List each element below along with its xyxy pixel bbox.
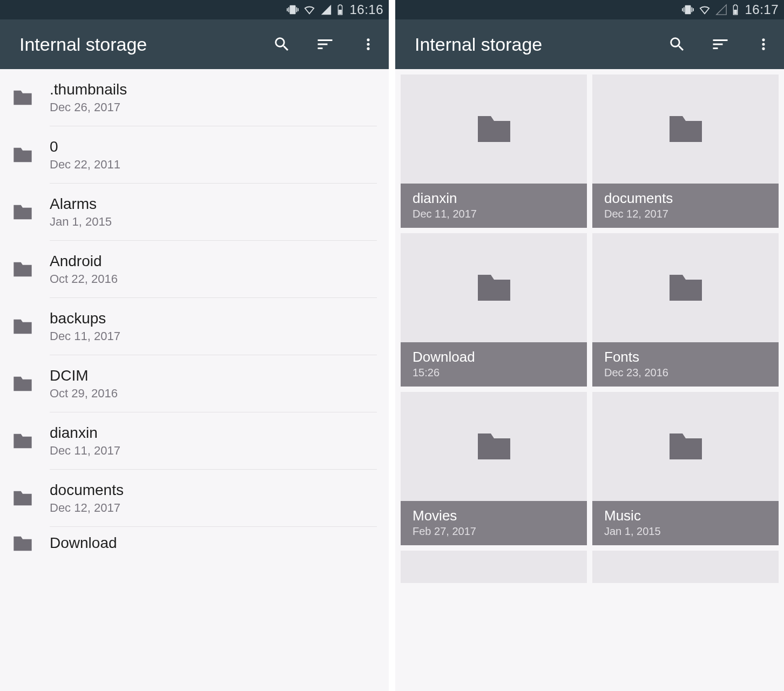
sort-button[interactable]	[314, 33, 336, 55]
folder-date: Jan 1, 2015	[50, 215, 377, 229]
list-item[interactable]: DCIM Oct 29, 2016	[0, 355, 389, 412]
folder-name: 0	[50, 138, 377, 155]
folder-date: Dec 26, 2017	[50, 100, 377, 114]
app-bar: Internal storage	[0, 19, 389, 69]
search-icon	[273, 35, 291, 53]
list-item[interactable]: 0 Dec 22, 2011	[0, 126, 389, 184]
folder-name: dianxin	[413, 190, 575, 207]
folder-name: dianxin	[50, 424, 377, 442]
folder-name: documents	[604, 190, 767, 207]
folder-date: Oct 22, 2016	[50, 272, 377, 286]
folder-name: Fonts	[604, 349, 767, 365]
list-item[interactable]: documents Dec 12, 2017	[0, 470, 389, 527]
svg-point-3	[367, 48, 369, 50]
folder-name: Download	[50, 534, 377, 552]
list-item[interactable]: backups Dec 11, 2017	[0, 298, 389, 355]
more-vert-icon	[361, 35, 376, 53]
folder-date: Dec 12, 2017	[50, 501, 377, 515]
sort-button[interactable]	[709, 33, 731, 55]
folder-icon	[592, 74, 779, 184]
svg-rect-0	[339, 10, 342, 14]
folder-date: Jan 1, 2015	[604, 525, 767, 538]
status-icons	[287, 4, 344, 16]
status-bar: 16:17	[395, 0, 784, 19]
list-item[interactable]: Download	[0, 527, 389, 565]
folder-date: Dec 23, 2016	[604, 367, 767, 379]
folder-icon	[592, 233, 779, 342]
folder-icon	[12, 89, 50, 107]
svg-point-1	[367, 38, 369, 41]
folder-icon	[401, 233, 587, 342]
folder-name: .thumbnails	[50, 81, 377, 98]
folder-date: Feb 27, 2017	[413, 525, 575, 538]
grid-item[interactable]: Download 15:26	[401, 233, 587, 387]
wifi-icon	[303, 4, 316, 16]
folder-icon	[12, 375, 50, 393]
folder-date: Dec 22, 2011	[50, 158, 377, 172]
folder-grid: dianxin Dec 11, 2017 documents Dec 12, 2…	[395, 69, 784, 691]
folder-date: Dec 11, 2017	[50, 444, 377, 458]
folder-date: 15:26	[413, 367, 575, 379]
grid-item[interactable]: documents Dec 12, 2017	[592, 74, 779, 228]
folder-date: Dec 12, 2017	[604, 208, 767, 220]
battery-icon	[336, 4, 344, 16]
app-bar-actions	[666, 33, 774, 55]
folder-icon	[401, 392, 587, 501]
status-bar: 16:16	[0, 0, 389, 19]
overflow-button[interactable]	[357, 33, 379, 55]
folder-date: Oct 29, 2016	[50, 387, 377, 401]
search-button[interactable]	[271, 33, 293, 55]
overflow-button[interactable]	[753, 33, 774, 55]
list-item[interactable]: Android Oct 22, 2016	[0, 241, 389, 298]
folder-icon	[592, 392, 779, 501]
folder-list: .thumbnails Dec 26, 2017 0 Dec 22, 2011 …	[0, 69, 389, 691]
screenshot-list-view: 16:16 Internal storage .thumbnails Dec 2…	[0, 0, 392, 691]
folder-name: Music	[604, 507, 767, 524]
svg-point-6	[762, 43, 765, 45]
app-bar-actions	[271, 33, 379, 55]
screenshot-grid-view: 16:17 Internal storage dianxin Dec 11, 2…	[392, 0, 784, 691]
folder-icon	[12, 317, 50, 336]
folder-name: Movies	[413, 507, 575, 524]
folder-date: Dec 11, 2017	[413, 208, 575, 220]
folder-icon	[12, 432, 50, 450]
cellular-icon	[320, 4, 332, 16]
grid-item[interactable]	[592, 551, 779, 583]
folder-icon	[12, 534, 50, 553]
folder-icon	[401, 74, 587, 184]
folder-date: Dec 11, 2017	[50, 329, 377, 343]
app-bar: Internal storage	[395, 19, 784, 69]
svg-point-5	[762, 38, 765, 41]
svg-point-2	[367, 43, 369, 45]
folder-name: backups	[50, 310, 377, 327]
folder-name: DCIM	[50, 367, 377, 384]
folder-name: Download	[413, 349, 575, 365]
status-clock: 16:16	[349, 2, 383, 17]
grid-item[interactable]: dianxin Dec 11, 2017	[401, 74, 587, 228]
search-button[interactable]	[666, 33, 688, 55]
grid-item[interactable]: Movies Feb 27, 2017	[401, 392, 587, 545]
more-vert-icon	[756, 35, 771, 53]
page-title: Internal storage	[19, 34, 271, 55]
folder-icon	[12, 203, 50, 221]
svg-point-7	[762, 48, 765, 50]
cellular-icon	[715, 4, 727, 16]
status-icons	[682, 4, 739, 16]
folder-icon	[12, 489, 50, 507]
vibrate-icon	[682, 4, 694, 16]
list-item[interactable]: dianxin Dec 11, 2017	[0, 412, 389, 470]
folder-icon	[401, 551, 587, 583]
search-icon	[668, 35, 686, 53]
folder-icon	[12, 146, 50, 164]
folder-name: documents	[50, 482, 377, 499]
sort-icon	[711, 35, 730, 54]
grid-item[interactable]: Fonts Dec 23, 2016	[592, 233, 779, 387]
list-item[interactable]: Alarms Jan 1, 2015	[0, 184, 389, 241]
grid-item[interactable]	[401, 551, 587, 583]
folder-icon	[592, 551, 779, 583]
folder-name: Alarms	[50, 195, 377, 213]
list-item[interactable]: .thumbnails Dec 26, 2017	[0, 69, 389, 126]
battery-icon	[732, 4, 739, 16]
grid-item[interactable]: Music Jan 1, 2015	[592, 392, 779, 545]
folder-name: Android	[50, 253, 377, 270]
